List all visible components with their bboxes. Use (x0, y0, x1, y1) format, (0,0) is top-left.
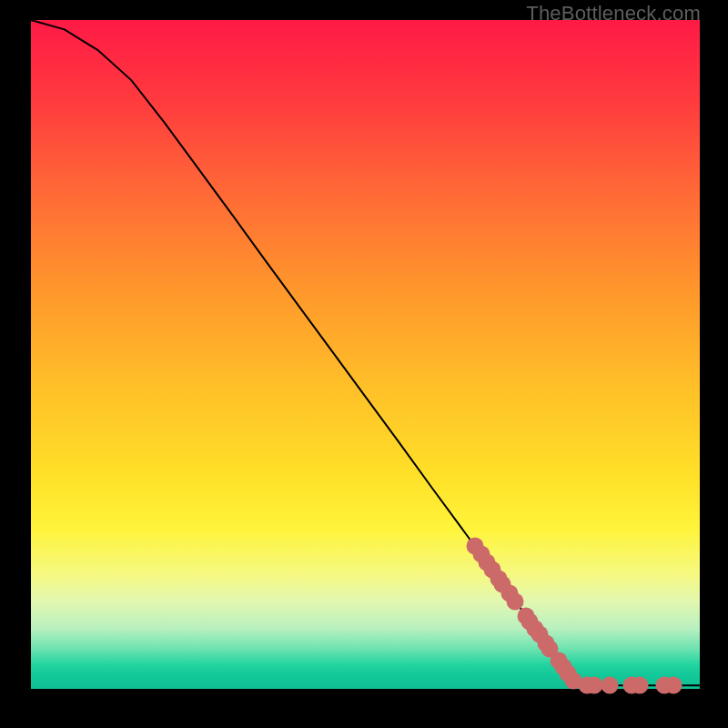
curve-svg (31, 20, 700, 689)
data-marker (601, 676, 618, 693)
data-marker (665, 676, 682, 693)
plot-area (31, 20, 700, 689)
data-marker (631, 676, 648, 693)
bottleneck-curve (31, 20, 700, 685)
chart-canvas: TheBottleneck.com (0, 0, 728, 728)
